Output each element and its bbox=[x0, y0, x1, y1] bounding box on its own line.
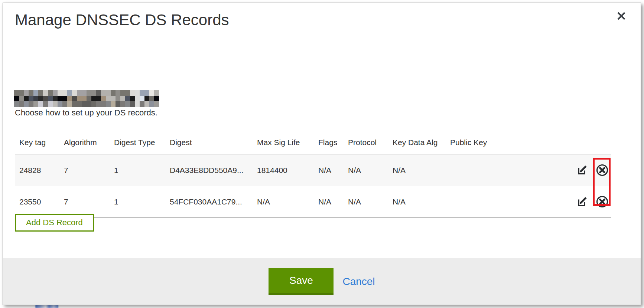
cell-protocol: N/A bbox=[344, 154, 388, 186]
cell-flags: N/A bbox=[314, 154, 344, 186]
cell-max-sig-life: N/A bbox=[253, 186, 314, 218]
cell-key-tag: 23550 bbox=[15, 186, 59, 218]
screen: Manage DNSSEC DS Records Choose how to s… bbox=[0, 0, 644, 308]
cell-flags: N/A bbox=[314, 186, 344, 218]
save-button[interactable]: Save bbox=[269, 268, 334, 295]
table-header-row: Key tag Algorithm Digest Type Digest Max… bbox=[15, 131, 611, 154]
cell-algorithm: 7 bbox=[59, 154, 110, 186]
delete-icon[interactable] bbox=[596, 195, 609, 208]
manage-dnssec-modal: Manage DNSSEC DS Records Choose how to s… bbox=[3, 3, 641, 305]
cell-public-key bbox=[446, 186, 572, 218]
col-header-key-tag: Key tag bbox=[15, 131, 59, 154]
col-header-flags: Flags bbox=[314, 131, 344, 154]
instruction-text: Choose how to set up your DS records. bbox=[15, 108, 157, 118]
redacted-domain bbox=[14, 90, 159, 107]
ds-records-table: Key tag Algorithm Digest Type Digest Max… bbox=[15, 131, 611, 218]
col-header-public-key: Public Key bbox=[446, 131, 572, 154]
col-header-digest-type: Digest Type bbox=[110, 131, 165, 154]
col-header-actions bbox=[572, 131, 611, 154]
delete-icon[interactable] bbox=[596, 164, 609, 177]
modal-title: Manage DNSSEC DS Records bbox=[15, 11, 229, 29]
cell-actions bbox=[572, 186, 611, 218]
cell-digest-type: 1 bbox=[110, 186, 165, 218]
cell-key-data-alg: N/A bbox=[388, 186, 446, 218]
table-row: 24828 7 1 D4A33E8DD550A9... 1814400 N/A … bbox=[15, 154, 611, 186]
cell-digest: 54FCF030AA1C79... bbox=[165, 186, 253, 218]
cell-digest-type: 1 bbox=[110, 154, 165, 186]
cell-public-key bbox=[446, 154, 572, 186]
add-ds-record-button[interactable]: Add DS Record bbox=[15, 214, 94, 232]
edit-icon[interactable] bbox=[576, 196, 589, 208]
cell-actions bbox=[572, 154, 611, 186]
col-header-algorithm: Algorithm bbox=[59, 131, 110, 154]
cell-key-tag: 24828 bbox=[15, 154, 59, 186]
col-header-key-data-alg: Key Data Alg bbox=[388, 131, 446, 154]
background-page-artifact bbox=[35, 305, 58, 308]
cell-protocol: N/A bbox=[344, 186, 388, 218]
cell-max-sig-life: 1814400 bbox=[253, 154, 314, 186]
cell-key-data-alg: N/A bbox=[388, 154, 446, 186]
cell-algorithm: 7 bbox=[59, 186, 110, 218]
table-row: 23550 7 1 54FCF030AA1C79... N/A N/A N/A … bbox=[15, 186, 611, 218]
close-icon[interactable] bbox=[613, 8, 630, 24]
col-header-digest: Digest bbox=[165, 131, 253, 154]
col-header-protocol: Protocol bbox=[344, 131, 388, 154]
cell-digest: D4A33E8DD550A9... bbox=[165, 154, 253, 186]
cancel-link[interactable]: Cancel bbox=[342, 276, 375, 288]
modal-footer: Save Cancel bbox=[3, 258, 641, 305]
col-header-max-sig-life: Max Sig Life bbox=[253, 131, 314, 154]
edit-icon[interactable] bbox=[576, 164, 589, 176]
